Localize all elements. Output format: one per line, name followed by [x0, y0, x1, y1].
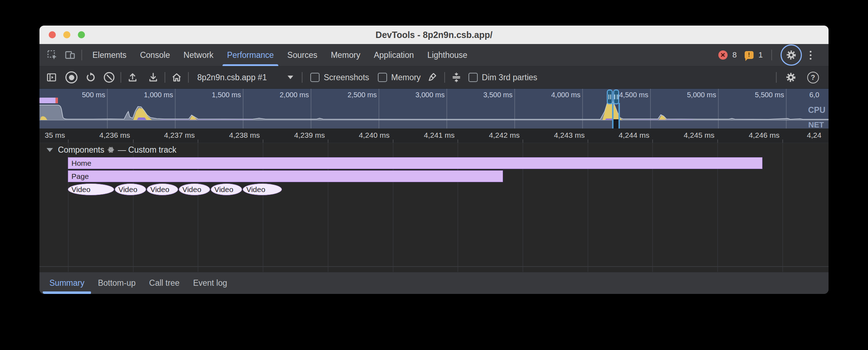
- ruler-label: 4,24: [807, 131, 821, 140]
- overview-ruler-label: 6,0: [809, 91, 819, 99]
- atom-icon: [107, 146, 114, 153]
- tab-call-tree[interactable]: Call tree: [143, 272, 187, 294]
- timeline-overview[interactable]: 500 ms 1,000 ms 1,500 ms 2,000 ms 2,500 …: [39, 89, 829, 128]
- error-icon[interactable]: ✕: [718, 50, 728, 60]
- close-button[interactable]: [49, 31, 56, 38]
- home-icon[interactable]: [169, 70, 184, 85]
- window-title: DevTools - 8p2n9n.csb.app/: [376, 30, 493, 40]
- memory-toggle[interactable]: Memory: [378, 73, 421, 82]
- tab-network[interactable]: Network: [177, 44, 220, 66]
- record-icon[interactable]: [64, 70, 79, 85]
- selection-range: [614, 119, 618, 128]
- cpu-label: CPU: [808, 105, 825, 115]
- selection-right-line: [618, 103, 620, 128]
- overview-ruler-label: 4,500 ms: [595, 91, 648, 99]
- dim-3rd-parties-checkbox[interactable]: [468, 73, 478, 82]
- ruler-label: 4,237 ms: [141, 131, 195, 140]
- tab-sources[interactable]: Sources: [280, 44, 324, 66]
- timeline-ruler[interactable]: 35 ms 4,236 ms 4,237 ms 4,238 ms 4,239 m…: [39, 128, 829, 143]
- flame-bar-home[interactable]: Home: [68, 157, 762, 169]
- ruler-label: 4,236 ms: [77, 131, 130, 140]
- divider: [81, 50, 82, 60]
- status-badges: ✕ 8 ! 1: [718, 44, 824, 66]
- screenshots-toggle[interactable]: Screenshots: [310, 73, 369, 82]
- ruler-label: 4,242 ms: [466, 131, 520, 140]
- toggle-sidebar-icon[interactable]: [44, 70, 59, 85]
- overview-ruler-label: 2,500 ms: [323, 91, 377, 99]
- divider: [188, 72, 189, 83]
- tab-performance[interactable]: Performance: [220, 44, 281, 66]
- bottom-tab-bar: Summary Bottom-up Call tree Event log: [39, 272, 829, 294]
- selection-left-handle[interactable]: [607, 89, 613, 104]
- overview-ruler-label: 5,500 ms: [731, 91, 784, 99]
- overview-ruler-label: 4,000 ms: [527, 91, 580, 99]
- custom-track-panel: Components — Custom track Home Page Vide…: [39, 143, 829, 272]
- tab-event-log[interactable]: Event log: [186, 272, 234, 294]
- flame-bar-video[interactable]: Video: [147, 184, 178, 195]
- overview-ruler-label: 500 ms: [52, 91, 105, 99]
- tab-application[interactable]: Application: [367, 44, 421, 66]
- inspect-element-icon[interactable]: [44, 47, 60, 63]
- divider: [444, 72, 445, 83]
- upload-profile-icon[interactable]: [125, 70, 140, 85]
- tab-summary[interactable]: Summary: [43, 272, 91, 294]
- flame-bar-video[interactable]: Video: [68, 184, 114, 195]
- traffic-lights: [49, 31, 85, 38]
- settings-gear-icon[interactable]: [781, 44, 802, 66]
- flame-bar-video[interactable]: Video: [243, 184, 282, 195]
- overview-ruler-label: 2,000 ms: [256, 91, 309, 99]
- net-label: NET: [808, 120, 824, 128]
- selection-right-handle[interactable]: [613, 89, 619, 104]
- ruler-label: 4,245 ms: [661, 131, 714, 140]
- overview-ruler-label: 3,000 ms: [391, 91, 445, 99]
- more-options-icon[interactable]: [807, 51, 814, 60]
- maximize-button[interactable]: [78, 31, 85, 38]
- divider: [302, 72, 302, 83]
- reload-record-icon[interactable]: [83, 70, 98, 85]
- clear-icon[interactable]: [101, 70, 117, 85]
- ruler-label: 4,239 ms: [272, 131, 325, 140]
- overview-ruler-label: 1,500 ms: [188, 91, 241, 99]
- minimize-button[interactable]: [63, 31, 70, 38]
- device-toolbar-icon[interactable]: [62, 47, 78, 63]
- tab-bottom-up[interactable]: Bottom-up: [91, 272, 142, 294]
- ruler-label: 4,240 ms: [336, 131, 390, 140]
- flame-bar-video[interactable]: Video: [179, 184, 210, 195]
- flame-bar-page[interactable]: Page: [68, 170, 503, 182]
- tab-elements[interactable]: Elements: [86, 44, 133, 66]
- track-header-components[interactable]: Components — Custom track: [39, 143, 176, 157]
- screen: DevTools - 8p2n9n.csb.app/ Elements Cons…: [0, 0, 868, 350]
- overview-ruler-label: 5,000 ms: [663, 91, 716, 99]
- memory-label: Memory: [391, 73, 421, 82]
- flame-bar-video[interactable]: Video: [211, 184, 242, 195]
- devtools-window: DevTools - 8p2n9n.csb.app/ Elements Cons…: [39, 26, 829, 294]
- help-icon[interactable]: ?: [805, 70, 821, 85]
- tab-console[interactable]: Console: [133, 44, 177, 66]
- ruler-label: 4,243 ms: [531, 131, 585, 140]
- track-title-pre: Components: [58, 145, 104, 155]
- ruler-label: 4,241 ms: [401, 131, 455, 140]
- overview-ruler-label: 1,000 ms: [120, 91, 173, 99]
- divider: [165, 72, 165, 83]
- main-tab-bar: Elements Console Network Performance Sou…: [39, 44, 829, 66]
- download-profile-icon[interactable]: [145, 70, 161, 85]
- ruler-label: 35 ms: [39, 131, 65, 140]
- ruler-label: 4,238 ms: [207, 131, 260, 140]
- collapse-icon[interactable]: [449, 70, 464, 85]
- chevron-down-icon: [288, 76, 293, 79]
- tab-memory[interactable]: Memory: [324, 44, 367, 66]
- session-select[interactable]: 8p2n9n.csb.app #1: [197, 73, 293, 82]
- chevron-down-icon[interactable]: [47, 148, 53, 152]
- memory-checkbox[interactable]: [378, 73, 387, 82]
- title-bar: DevTools - 8p2n9n.csb.app/: [39, 26, 829, 44]
- warning-icon[interactable]: !: [745, 51, 754, 59]
- overview-ruler-label: 3,500 ms: [459, 91, 513, 99]
- collect-garbage-icon[interactable]: [425, 70, 441, 85]
- dim-3rd-parties-label: Dim 3rd parties: [482, 73, 537, 82]
- dim-3rd-parties-toggle[interactable]: Dim 3rd parties: [468, 73, 537, 82]
- flame-bar-video[interactable]: Video: [115, 184, 146, 195]
- capture-settings-gear-icon[interactable]: [783, 70, 799, 85]
- screenshots-checkbox[interactable]: [310, 73, 320, 82]
- session-label: 8p2n9n.csb.app #1: [197, 73, 267, 82]
- tab-lighthouse[interactable]: Lighthouse: [420, 44, 474, 66]
